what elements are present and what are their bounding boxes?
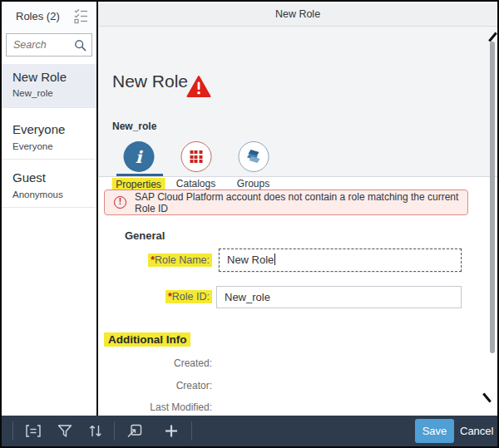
toolbar-separator: [191, 421, 192, 441]
search-icon[interactable]: [74, 39, 87, 52]
role-item-title: New Role: [12, 70, 67, 84]
error-message-strip: ! SAP Cloud Platform account does not co…: [104, 190, 468, 215]
role-name-value: New Role: [227, 254, 274, 266]
footer-toolbar: Save Cancel: [2, 416, 497, 446]
layers-icon: [238, 141, 269, 172]
role-list-item-new-role[interactable]: New Role New_role: [2, 64, 96, 108]
additional-info-heading: Additional Info: [104, 332, 190, 347]
role-item-subtitle: Anonymous: [12, 190, 63, 199]
tab-properties[interactable]: i Properties: [110, 141, 167, 194]
multiselect-icon[interactable]: [74, 8, 89, 25]
role-name-input[interactable]: New Role: [219, 249, 462, 272]
toolbar-separator: [114, 421, 115, 441]
role-item-subtitle: New_role: [12, 88, 53, 98]
error-exclamation-icon: !: [114, 196, 126, 209]
tab-catalogs[interactable]: Catalogs: [167, 141, 225, 194]
role-id-input[interactable]: [216, 286, 462, 308]
copy-to-icon[interactable]: [126, 423, 143, 439]
error-message-text: SAP Cloud Platform account does not cont…: [135, 191, 467, 214]
object-title: New Role: [112, 71, 188, 91]
save-button[interactable]: Save: [415, 419, 454, 443]
role-item-title: Everyone: [12, 122, 65, 136]
search-box: [6, 33, 92, 57]
creator-label: Creator:: [98, 380, 212, 391]
warning-icon: [186, 75, 211, 98]
general-section-heading: General: [125, 229, 165, 242]
app-window: Roles (2) New: [0, 0, 499, 448]
role-item-title: Guest: [12, 170, 46, 185]
role-id-label: *Role ID:: [166, 290, 212, 303]
roles-sidebar: Roles (2) New: [2, 2, 96, 416]
text-caret: [274, 254, 275, 265]
tab-label: Groups: [237, 178, 269, 190]
legend-icon[interactable]: [25, 423, 42, 439]
detail-topbar: New Role: [98, 3, 497, 27]
role-item-subtitle: Everyone: [12, 141, 53, 151]
grid-icon: [180, 141, 211, 172]
role-id-label-box: *Role ID:: [98, 290, 212, 303]
last-modified-label: Last Modified:: [98, 401, 212, 413]
sidebar-header: Roles (2): [2, 2, 96, 32]
detail-panel: New Role New Role New_role i Properties: [98, 2, 497, 416]
add-icon[interactable]: [163, 423, 180, 439]
filter-icon[interactable]: [57, 423, 73, 439]
role-name-label: *Role Name:: [148, 254, 212, 267]
created-label: Created:: [98, 357, 212, 369]
role-list-item-guest[interactable]: Guest Anonymous: [2, 160, 96, 208]
vertical-scrollbar[interactable]: [490, 42, 495, 353]
selected-tab-indicator: [116, 174, 163, 176]
tab-groups[interactable]: Groups: [225, 141, 282, 194]
object-subtitle: New_role: [112, 121, 156, 132]
cursor-artifact-bottom: [482, 393, 492, 403]
sort-icon[interactable]: [87, 423, 104, 439]
role-list-item-everyone[interactable]: Everyone Everyone: [2, 108, 96, 160]
role-name-label-box: *Role Name:: [98, 254, 212, 267]
cancel-button[interactable]: Cancel: [460, 419, 493, 443]
sidebar-title: Roles (2): [16, 10, 60, 22]
icon-tab-bar: i Properties Catalogs: [110, 141, 282, 194]
tab-label: Catalogs: [176, 178, 215, 190]
object-header: New Role New_role i Properties: [98, 27, 497, 177]
toolbar-separator: [12, 421, 13, 441]
info-icon: i: [123, 141, 154, 172]
